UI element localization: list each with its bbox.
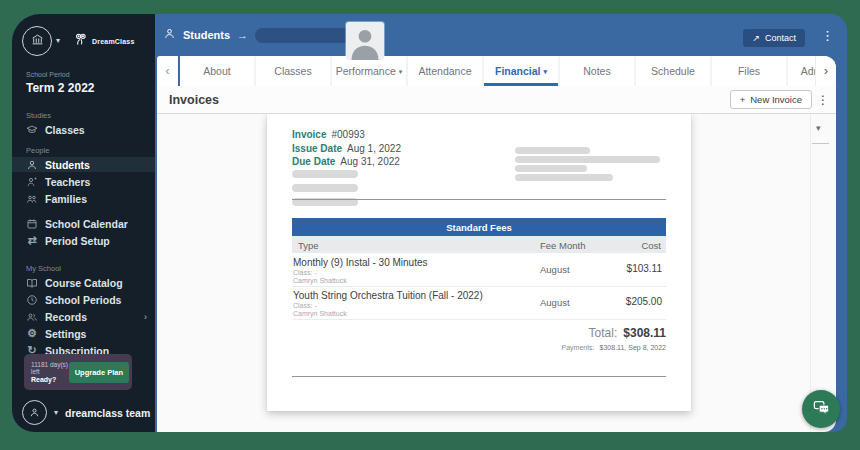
school-switcher[interactable] xyxy=(22,26,52,56)
sidebar-item-label: Period Setup xyxy=(45,235,110,247)
owl-logo-icon xyxy=(72,31,88,51)
tab-about[interactable]: About xyxy=(180,56,256,86)
tab-performance[interactable]: Performance▾ xyxy=(332,56,408,86)
fee-student: Camryn Shattuck xyxy=(293,310,347,317)
screen: ▾ DreamClass School Period Term 2 2022 S… xyxy=(0,0,860,450)
sidebar-item-settings[interactable]: ⚙ Settings xyxy=(12,326,155,341)
caret-down-icon: ▾ xyxy=(399,68,403,76)
sidebar-item-teachers[interactable]: Teachers xyxy=(12,174,155,189)
sidebar-item-label: School Calendar xyxy=(45,218,128,230)
fee-student: Camryn Shattuck xyxy=(293,277,347,284)
redacted-text-bar xyxy=(292,184,358,192)
payments-value: $308.11, Sep 8, 2022 xyxy=(600,344,666,351)
chat-support-button[interactable] xyxy=(802,390,840,428)
tab-financial[interactable]: Financial▾ xyxy=(484,56,560,86)
sidebar-item-label: Course Catalog xyxy=(45,277,123,289)
invoice-document: Invoice#00993 Issue DateAug 1, 2022 Due … xyxy=(267,114,691,411)
book-icon xyxy=(26,277,38,289)
footer-divider xyxy=(292,376,666,377)
redacted-text-bar xyxy=(515,156,660,163)
calendar-icon xyxy=(26,218,38,230)
fee-cost: $103.11 xyxy=(627,263,662,274)
tab-notes[interactable]: Notes xyxy=(560,56,636,86)
chevron-right-icon: › xyxy=(144,312,147,322)
breadcrumb-students[interactable]: Students xyxy=(183,29,230,41)
fee-cost: $205.00 xyxy=(626,296,662,307)
account-avatar xyxy=(22,400,47,425)
family-icon xyxy=(26,193,38,205)
chat-bubbles-icon xyxy=(812,398,831,421)
dreamclass-logo: DreamClass xyxy=(72,31,134,51)
fee-month: August xyxy=(540,264,570,275)
toolbar-kebab-icon[interactable]: ⋮ xyxy=(817,93,829,107)
sidebar-item-label: Families xyxy=(45,193,87,205)
caret-down-icon: ▾ xyxy=(544,68,548,76)
person-icon xyxy=(26,159,38,171)
upgrade-card: 11181 day(s) left Ready? Upgrade Plan xyxy=(24,354,132,390)
upgrade-plan-button[interactable]: Upgrade Plan xyxy=(69,362,129,383)
invoice-number: #00993 xyxy=(331,129,364,140)
sidebar: ▾ DreamClass School Period Term 2 2022 S… xyxy=(12,14,155,432)
sidebar-item-families[interactable]: Families xyxy=(12,191,155,206)
person-icon xyxy=(163,26,176,44)
sidebar-item-records[interactable]: Records › xyxy=(12,309,155,324)
sidebar-item-course-catalog[interactable]: Course Catalog xyxy=(12,275,155,290)
tab-classes[interactable]: Classes xyxy=(256,56,332,86)
sidebar-item-school-calendar[interactable]: School Calendar xyxy=(12,216,155,231)
invoice-number-label: Invoice xyxy=(292,129,326,140)
payments-label: Payments: xyxy=(561,344,594,351)
column-fee-month: Fee Month xyxy=(540,240,585,251)
issue-date-label: Issue Date xyxy=(292,143,342,154)
fee-month: August xyxy=(540,297,570,308)
external-arrow-icon: ↗ xyxy=(752,33,760,43)
fee-row: Monthly (9) Instal - 30 Minutes Class: -… xyxy=(292,253,666,287)
section-label-studies: Studies xyxy=(26,111,155,120)
page-title: Invoices xyxy=(169,93,219,107)
redacted-text-bar xyxy=(515,165,587,172)
invoice-header: Invoice#00993 Issue DateAug 1, 2022 Due … xyxy=(292,128,401,169)
brand-name: DreamClass xyxy=(92,38,134,45)
tab-files[interactable]: Files xyxy=(712,56,788,86)
fee-class: Class: - xyxy=(293,302,317,309)
sidebar-item-classes[interactable]: Classes xyxy=(12,122,155,137)
breadcrumb: Students → xyxy=(163,14,367,56)
upgrade-text: 11181 day(s) left Ready? xyxy=(31,361,69,384)
sidebar-item-label: Teachers xyxy=(45,176,90,188)
tab-schedule[interactable]: Schedule xyxy=(636,56,712,86)
invoice-totals: Total:$308.11 Payments:$308.11, Sep 8, 2… xyxy=(561,326,666,351)
tab-bar: ‹ About Classes Performance▾ Attendance … xyxy=(157,56,836,86)
school-period-value[interactable]: Term 2 2022 xyxy=(26,81,155,95)
account-name: dreamclass team xyxy=(65,407,150,419)
teacher-icon xyxy=(26,176,38,188)
student-avatar[interactable] xyxy=(346,22,384,60)
tab-attendance[interactable]: Attendance xyxy=(408,56,484,86)
graduation-cap-icon xyxy=(26,124,38,136)
new-invoice-button[interactable]: + New Invoice xyxy=(730,90,812,109)
right-panel-divider xyxy=(810,114,811,432)
clock-icon xyxy=(26,294,38,306)
days-left-value: 11181 day(s) xyxy=(31,361,68,368)
fee-type: Youth String Orchestra Tuition (Fall - 2… xyxy=(293,290,483,301)
sidebar-header: ▾ DreamClass xyxy=(12,14,155,56)
column-type: Type xyxy=(298,240,319,251)
header-divider xyxy=(292,199,666,200)
swap-icon: ⇄ xyxy=(26,235,38,246)
topbar-kebab-icon[interactable]: ⋮ xyxy=(821,28,834,43)
sidebar-item-students[interactable]: Students xyxy=(12,157,155,172)
section-label-people: People xyxy=(26,146,155,155)
plus-icon: + xyxy=(740,94,746,105)
contact-button[interactable]: ↗ Contact xyxy=(743,29,805,47)
invoice-select-caret-icon[interactable]: ▾ xyxy=(816,123,821,133)
sidebar-item-school-periods[interactable]: Records School Periods xyxy=(12,292,155,307)
sidebar-item-period-setup[interactable]: ⇄ Period Setup xyxy=(12,233,155,248)
invoices-toolbar: Invoices + New Invoice ⋮ xyxy=(157,86,836,114)
sidebar-item-label: Students xyxy=(45,159,90,171)
gear-icon: ⚙ xyxy=(26,328,38,339)
chevron-down-icon[interactable]: ▾ xyxy=(56,37,60,45)
account-menu[interactable]: ▾ dreamclass team xyxy=(22,400,150,425)
content-area: ▾ Invoice#00993 Issue DateAug 1, 2022 Du… xyxy=(157,114,836,432)
tabs-scroll-right-button[interactable]: › xyxy=(815,56,836,86)
tabs-scroll-left-button[interactable]: ‹ xyxy=(157,56,178,86)
topbar: Students → ↗ Contact ⋮ xyxy=(155,14,847,56)
fee-class: Class: - xyxy=(293,269,317,276)
